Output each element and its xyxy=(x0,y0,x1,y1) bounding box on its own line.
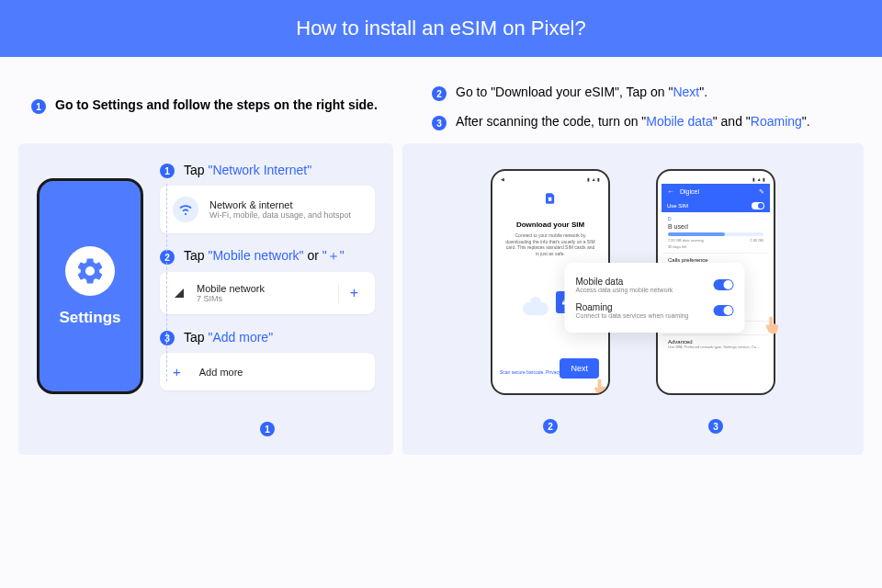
network-internet-card[interactable]: Network & internet Wi-Fi, mobile, data u… xyxy=(160,186,375,233)
svg-rect-0 xyxy=(548,198,551,201)
data-usage-section: D B used 2.00 GB data warning2.00 GB 30 … xyxy=(662,212,769,253)
mobile-data-row[interactable]: Mobile data Access data using mobile net… xyxy=(576,272,734,298)
use-sim-toggle[interactable] xyxy=(752,202,764,209)
substep-badge-3: 3 xyxy=(160,331,175,345)
edit-icon[interactable]: ✎ xyxy=(759,188,764,196)
pointer-hand-icon xyxy=(760,311,786,338)
substep-badge-1: 1 xyxy=(160,164,175,178)
card-title: Mobile network xyxy=(197,283,327,294)
cloud-icon xyxy=(523,302,548,315)
mobile-network-card[interactable]: Mobile network 7 SIMs + xyxy=(160,272,375,314)
steps-column: 1 Tap "Network Internet" Network & inter… xyxy=(160,162,375,436)
plus-icon: + xyxy=(173,364,181,379)
panel-badge-1: 1 xyxy=(260,422,275,436)
plus-icon[interactable]: + xyxy=(338,283,362,303)
settings-phone-mock: Settings xyxy=(37,178,143,394)
mobile-data-toggle[interactable] xyxy=(714,279,734,290)
data-usage-bar xyxy=(668,232,763,236)
intro-line-3: After scanning the code, turn on "Mobile… xyxy=(456,114,810,129)
intro-left-text: Go to Settings and follow the steps on t… xyxy=(55,97,378,112)
panels-row: Settings 1 Tap "Network Internet" Networ… xyxy=(0,143,882,473)
pointer-hand-icon xyxy=(588,373,610,395)
panel-badge-3: 3 xyxy=(708,419,723,434)
back-arrow-icon[interactable]: ← xyxy=(667,187,674,196)
next-link: Next xyxy=(673,85,699,99)
status-bar: ◀▮ ▲ ▮ xyxy=(497,176,604,186)
add-more-card[interactable]: + Add more xyxy=(160,353,375,390)
gear-icon xyxy=(65,246,115,296)
download-description: Connect to your mobile network by downlo… xyxy=(497,232,604,256)
advanced-row[interactable]: Advanced Use SIM, Preferred network type… xyxy=(662,334,769,353)
intro-left: 1 Go to Settings and follow the steps on… xyxy=(18,83,404,130)
step-badge-2: 2 xyxy=(432,86,447,101)
signal-icon xyxy=(173,288,186,299)
roaming-row[interactable]: Roaming Connect to data services when ro… xyxy=(576,298,734,323)
panel-steps-2-3: ◀▮ ▲ ▮ Download your SIM Connect to your… xyxy=(402,143,864,455)
intro-right: 2 Go to "Download your eSIM", Tap on "Ne… xyxy=(432,83,864,130)
settings-label: Settings xyxy=(59,309,120,327)
step-badge-1: 1 xyxy=(31,99,46,114)
substep-badge-2: 2 xyxy=(160,250,175,265)
substep-1: 1 Tap "Network Internet" Network & inter… xyxy=(160,162,375,233)
card-title: Network & internet xyxy=(209,199,362,210)
toggles-overlay: Mobile data Access data using mobile net… xyxy=(565,263,745,333)
carrier-name: Digicel xyxy=(680,188,699,195)
roaming-toggle[interactable] xyxy=(714,305,734,316)
use-sim-row[interactable]: Use SIM xyxy=(662,199,770,212)
panel-step-1: Settings 1 Tap "Network Internet" Networ… xyxy=(18,143,393,455)
card-subtitle: Wi-Fi, mobile, data usage, and hotspot xyxy=(209,210,362,220)
card-title: Add more xyxy=(199,367,362,378)
connector-line xyxy=(166,184,167,381)
wifi-icon xyxy=(173,197,198,222)
sim-card-icon xyxy=(497,191,604,208)
carrier-topbar: ← Digicel ✎ xyxy=(662,184,770,199)
page-title: How to install an eSIM on Pixel? xyxy=(296,17,586,40)
roaming-link: Roaming xyxy=(751,114,802,129)
intro-section: 1 Go to Settings and follow the steps on… xyxy=(0,57,882,143)
step-badge-3: 3 xyxy=(432,116,447,130)
download-title: Download your SIM xyxy=(497,220,604,229)
mobile-data-link: Mobile data xyxy=(646,114,712,129)
card-subtitle: 7 SIMs xyxy=(197,294,327,303)
substep-3: 3 Tap "Add more" + Add more xyxy=(160,329,375,390)
intro-line-2: Go to "Download your eSIM", Tap on "Next… xyxy=(456,85,707,99)
substep-2: 2 Tap "Mobile network" or "＋" Mobile net… xyxy=(160,248,375,314)
panel-badge-2: 2 xyxy=(543,419,558,434)
page-header: How to install an eSIM on Pixel? xyxy=(0,0,882,57)
